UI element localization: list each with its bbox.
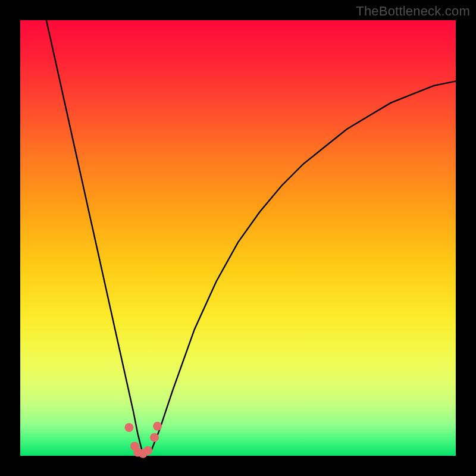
- curve-svg: [20, 20, 456, 456]
- watermark-text: TheBottleneck.com: [356, 4, 470, 19]
- plot-area: [20, 20, 456, 456]
- marker-dot: [125, 423, 134, 432]
- marker-dot: [143, 446, 152, 455]
- marker-dot: [153, 422, 162, 431]
- marker-dot: [150, 433, 159, 442]
- marker-group: [125, 422, 162, 458]
- chart-frame: TheBottleneck.com: [0, 0, 476, 476]
- bottleneck-curve: [46, 20, 456, 453]
